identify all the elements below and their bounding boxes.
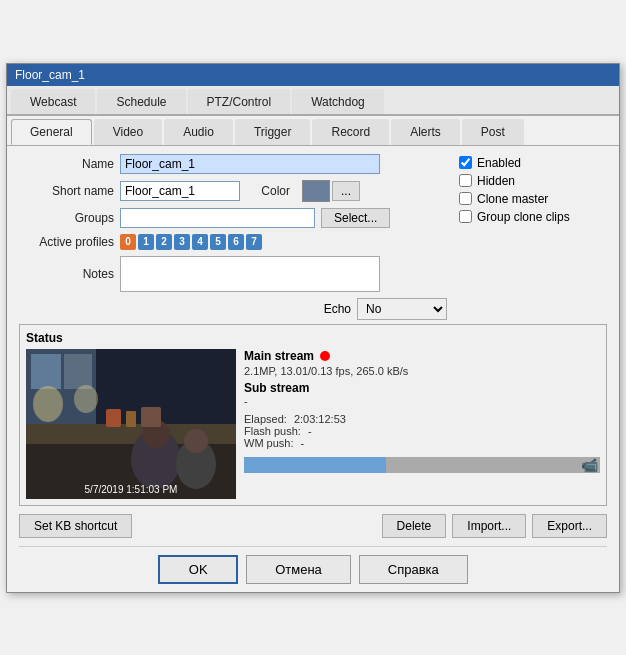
svg-rect-12 (106, 409, 121, 427)
notes-input[interactable] (120, 256, 380, 292)
camera-preview: 5/7/2019 1:51:03 PM (26, 349, 236, 499)
svg-point-11 (184, 429, 208, 453)
name-row: Name (19, 154, 447, 174)
wm-push-value: - (301, 437, 305, 449)
profile-badge-0[interactable]: 0 (120, 234, 136, 250)
right-form: Enabled Hidden Clone master Group clone … (447, 154, 607, 320)
tab-schedule[interactable]: Schedule (97, 89, 185, 114)
profile-badge-6[interactable]: 6 (228, 234, 244, 250)
tab-record[interactable]: Record (312, 119, 389, 145)
group-clone-checkbox[interactable] (459, 210, 472, 223)
select-button[interactable]: Select... (321, 208, 390, 228)
cancel-button[interactable]: Отмена (246, 555, 351, 584)
active-profiles-row: Active profiles 0 1 2 3 4 5 6 7 (19, 234, 447, 250)
profile-badge-1[interactable]: 1 (138, 234, 154, 250)
tab-alerts[interactable]: Alerts (391, 119, 460, 145)
name-input[interactable] (120, 154, 380, 174)
svg-rect-13 (126, 411, 136, 427)
clone-master-checkbox[interactable] (459, 192, 472, 205)
tabs-row2: General Video Audio Trigger Record Alert… (7, 116, 619, 146)
status-box: Status (19, 324, 607, 506)
form-content: Name Short name Color ... Groups Select.… (19, 154, 607, 320)
svg-rect-14 (141, 407, 161, 427)
profile-badge-4[interactable]: 4 (192, 234, 208, 250)
hidden-checkbox-row: Hidden (459, 174, 607, 188)
svg-point-4 (33, 386, 63, 422)
notes-row: Notes (19, 256, 447, 292)
elapsed-value: 2:03:12:53 (294, 413, 346, 425)
groups-label: Groups (19, 211, 114, 225)
camera-scene-svg (26, 349, 236, 499)
shortname-label: Short name (19, 184, 114, 198)
tab-webcast[interactable]: Webcast (11, 89, 95, 114)
shortname-input[interactable] (120, 181, 240, 201)
group-clone-checkbox-row: Group clone clips (459, 210, 607, 224)
enabled-checkbox-row: Enabled (459, 156, 607, 170)
action-buttons: OK Отмена Справка (19, 546, 607, 584)
groups-input[interactable] (120, 208, 315, 228)
group-clone-label: Group clone clips (477, 210, 570, 224)
profile-badge-3[interactable]: 3 (174, 234, 190, 250)
elapsed-label: Elapsed: (244, 413, 287, 425)
flash-push-row: Flash push: - (244, 425, 600, 437)
delete-button[interactable]: Delete (382, 514, 447, 538)
tab-video[interactable]: Video (94, 119, 162, 145)
tab-ptz-control[interactable]: PTZ/Control (188, 89, 291, 114)
wm-push-row: WM push: - (244, 437, 600, 449)
active-profiles-label: Active profiles (19, 235, 114, 249)
name-label: Name (19, 157, 114, 171)
elapsed-row: Elapsed: 2:03:12:53 (244, 413, 600, 425)
progress-icon: 📹 (581, 457, 598, 473)
main-content: Name Short name Color ... Groups Select.… (7, 146, 619, 592)
shortname-row: Short name Color ... (19, 180, 447, 202)
status-inner: 5/7/2019 1:51:03 PM Main stream 2.1MP, 1… (26, 349, 600, 499)
set-kb-shortcut-button[interactable]: Set KB shortcut (19, 514, 132, 538)
export-button[interactable]: Export... (532, 514, 607, 538)
color-label: Color (246, 184, 290, 198)
import-button[interactable]: Import... (452, 514, 526, 538)
main-stream-info: 2.1MP, 13.01/0.13 fps, 265.0 kB/s (244, 365, 600, 377)
sub-stream-info: - (244, 395, 600, 407)
left-form: Name Short name Color ... Groups Select.… (19, 154, 447, 320)
status-title: Status (26, 331, 600, 345)
clone-master-label: Clone master (477, 192, 548, 206)
echo-row: Echo No Yes (19, 298, 447, 320)
color-swatch[interactable] (302, 180, 330, 202)
help-button[interactable]: Справка (359, 555, 468, 584)
sub-stream-label: Sub stream (244, 381, 600, 395)
profile-badge-2[interactable]: 2 (156, 234, 172, 250)
wm-push-label: WM push: (244, 437, 294, 449)
stream-status-dot (320, 351, 330, 361)
hidden-label: Hidden (477, 174, 515, 188)
progress-bar-row: 📹 (244, 457, 600, 473)
flash-push-value: - (308, 425, 312, 437)
main-window: Floor_cam_1 Webcast Schedule PTZ/Control… (6, 63, 620, 593)
tab-post[interactable]: Post (462, 119, 524, 145)
tabs-row1: Webcast Schedule PTZ/Control Watchdog (7, 86, 619, 116)
notes-label: Notes (19, 267, 114, 281)
tab-audio[interactable]: Audio (164, 119, 233, 145)
window-title: Floor_cam_1 (15, 68, 85, 82)
profile-badge-7[interactable]: 7 (246, 234, 262, 250)
camera-timestamp: 5/7/2019 1:51:03 PM (26, 484, 236, 495)
bottom-buttons: Set KB shortcut Delete Import... Export.… (19, 514, 607, 538)
color-picker-button[interactable]: ... (332, 181, 360, 201)
progress-bar: 📹 (244, 457, 600, 473)
svg-point-5 (74, 385, 98, 413)
tab-trigger[interactable]: Trigger (235, 119, 311, 145)
profiles-list: 0 1 2 3 4 5 6 7 (120, 234, 264, 250)
groups-row: Groups Select... (19, 208, 447, 228)
flash-push-label: Flash push: (244, 425, 301, 437)
main-stream-row: Main stream (244, 349, 600, 363)
echo-label: Echo (324, 302, 351, 316)
ok-button[interactable]: OK (158, 555, 238, 584)
enabled-checkbox[interactable] (459, 156, 472, 169)
echo-select[interactable]: No Yes (357, 298, 447, 320)
hidden-checkbox[interactable] (459, 174, 472, 187)
tab-watchdog[interactable]: Watchdog (292, 89, 384, 114)
profile-badge-5[interactable]: 5 (210, 234, 226, 250)
main-stream-label: Main stream (244, 349, 314, 363)
tab-general[interactable]: General (11, 119, 92, 145)
svg-rect-2 (31, 354, 61, 389)
svg-rect-3 (64, 354, 92, 389)
